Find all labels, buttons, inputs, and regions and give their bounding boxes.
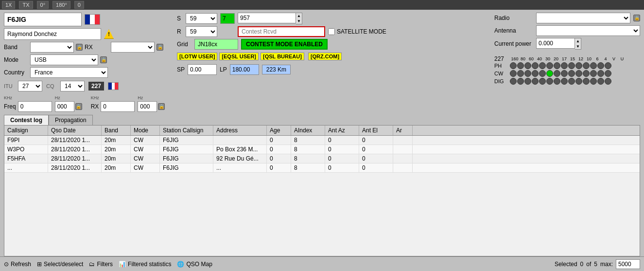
band-u: U [618, 56, 626, 61]
qso-map-button[interactable]: 🌐 QSO Map [177, 261, 212, 268]
refresh-button[interactable]: ⊙ Refresh [4, 261, 31, 268]
cell-ant-el: 0 [359, 154, 393, 163]
cw-dot-3 [532, 70, 539, 77]
select-deselect-button[interactable]: ⊞ Select/deselect [37, 261, 83, 268]
freq-label: Freq [4, 103, 16, 110]
tab-contest-log[interactable]: Contest log [4, 115, 49, 125]
band-lock-icon[interactable]: 🔒 [76, 44, 83, 51]
filters-button[interactable]: 🗂 Filters [89, 261, 113, 268]
cell-ar [393, 145, 413, 154]
warning-icon: ! [104, 29, 114, 39]
matrix-cw-row: CW [494, 70, 640, 77]
filtered-stats-button[interactable]: 📊 Filtered statistics [119, 261, 171, 268]
cell-band: 20m [102, 136, 131, 145]
filtered-stats-icon: 📊 [119, 261, 126, 268]
s-text-input[interactable] [238, 13, 296, 23]
dig-dot-2 [524, 78, 531, 85]
s-spinbox-btns: ▲ ▼ [296, 13, 302, 24]
table-row[interactable]: ... 28/11/2020 1... 20m CW F6JIG ... 0 8… [4, 163, 640, 173]
mode-lock-icon[interactable]: 🔒 [100, 56, 107, 63]
cell-ant-el: 0 [359, 163, 393, 172]
r-select[interactable]: 59 [186, 26, 217, 37]
tab-propagation[interactable]: Propagation [49, 115, 93, 125]
cell-aindex: 8 [291, 136, 325, 145]
s-select[interactable]: 59 [186, 13, 217, 24]
freq-hz-input[interactable] [55, 101, 74, 112]
cw-dot-1 [517, 70, 524, 77]
rx-lock-icon2[interactable]: 🔒 [158, 103, 165, 110]
refresh-icon: ⊙ [4, 261, 9, 268]
power-input[interactable] [536, 38, 575, 49]
rx-select[interactable] [111, 42, 155, 53]
freq-khz-input[interactable] [18, 101, 52, 112]
dxcc-flag [108, 82, 119, 90]
power-spin-down[interactable]: ▼ [575, 44, 581, 49]
dig-dot-6 [554, 78, 560, 85]
tags-row: [LOTW USER] [EQSL USER] [QSL BUREAU] [QR… [177, 53, 491, 60]
cell-age: 0 [267, 163, 291, 172]
band-4: 4 [602, 56, 609, 61]
satellite-checkbox[interactable] [328, 28, 335, 35]
col-aindex: AIndex [291, 126, 325, 135]
cell-ant-el: 0 [359, 145, 393, 154]
cell-band: 20m [102, 163, 131, 172]
rx-hz-label: Hz [138, 95, 143, 100]
itu-select[interactable]: 27 [18, 81, 42, 91]
km-badge: 223 Km [262, 65, 291, 74]
antenna-select[interactable] [536, 25, 640, 36]
r-text-input[interactable] [238, 26, 325, 37]
band-12: 12 [577, 56, 585, 61]
dig-dot-9 [575, 78, 582, 85]
satellite-mode: SATELLITE MODE [328, 28, 386, 35]
dig-dot-5 [546, 78, 553, 85]
cell-aindex: 8 [291, 145, 325, 154]
lp-input[interactable] [230, 64, 259, 75]
contest-mode-badge: CONTEST MODE ENABLED [241, 39, 328, 50]
band-select[interactable] [30, 42, 74, 53]
cw-dot-9 [575, 70, 582, 77]
s-num-input[interactable] [220, 13, 235, 24]
table-row[interactable]: W3PO 28/11/2020 1... 20m CW F6JIG Po Box… [4, 145, 640, 154]
cell-ar [393, 154, 413, 163]
power-spin-up[interactable]: ▲ [575, 38, 581, 44]
table-row[interactable]: F9PI 28/11/2020 1... 20m CW F6JIG 0 8 0 … [4, 136, 640, 145]
cw-dot-2 [524, 70, 531, 77]
cell-mode: CW [131, 136, 160, 145]
s-spin-down[interactable]: ▼ [296, 18, 302, 24]
dig-dot-3 [532, 78, 539, 85]
matrix-count-label: 227 [494, 55, 509, 62]
freq-lock-icon[interactable]: 🔒 [75, 103, 82, 110]
r-row: R 59 SATELLITE MODE [177, 26, 491, 37]
rx-hz-input[interactable] [138, 101, 157, 112]
ph-dot-2 [524, 62, 531, 69]
band-17: 17 [560, 56, 568, 61]
rx-freq-khz-input[interactable] [101, 101, 135, 112]
ph-dot-12 [597, 62, 604, 69]
cq-select[interactable]: 14 [60, 81, 85, 91]
table-row[interactable]: F5HFA 28/11/2020 1... 20m CW F6JIG 92 Ru… [4, 154, 640, 163]
freq-section: KHz Freq Hz 🔒 [4, 95, 169, 112]
col-address: Address [213, 126, 267, 135]
name-input[interactable]: Raymond Donchez [4, 28, 101, 40]
country-select[interactable]: France [30, 67, 108, 78]
max-input[interactable] [616, 259, 640, 269]
radio-lock-icon[interactable]: 🔒 [633, 15, 640, 21]
tag-lotw: [LOTW USER] [177, 53, 217, 60]
radio-select[interactable] [536, 13, 630, 23]
power-spin-btns: ▲ ▼ [575, 38, 581, 50]
sp-input[interactable] [188, 64, 217, 75]
callsign-input[interactable]: F6JIG [4, 13, 82, 26]
grid-input[interactable] [194, 39, 238, 50]
dig-dot-7 [561, 78, 568, 85]
mode-row: Mode USB 🔒 [4, 54, 169, 65]
s-spin-up[interactable]: ▲ [296, 13, 302, 18]
dxcc-count: 227 [88, 82, 104, 90]
mode-select[interactable]: USB [30, 54, 98, 65]
max-label: max: [600, 261, 613, 268]
cell-ar [393, 163, 413, 172]
selected-label: Selected [555, 261, 577, 268]
col-ant-az: Ant Az [325, 126, 359, 135]
cell-address: Po Box 236 M... [213, 145, 267, 154]
rx-lock-icon[interactable]: 🔒 [157, 44, 163, 51]
qso-map-label: QSO Map [186, 261, 212, 268]
